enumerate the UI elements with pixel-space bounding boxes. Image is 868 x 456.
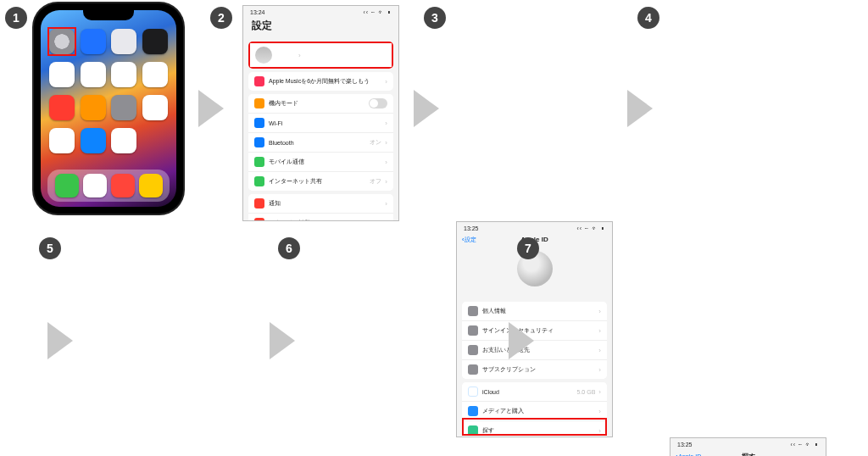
- app-icon[interactable]: [111, 29, 136, 54]
- step-badge-2: 2: [210, 7, 232, 29]
- app-icon[interactable]: [142, 29, 168, 54]
- link-icon: [254, 176, 264, 186]
- promo-row[interactable]: Apple Musicを6か月間無料で楽しもう›: [248, 72, 393, 91]
- settings-app-icon[interactable]: [49, 29, 75, 54]
- nav-title: 探す: [742, 452, 755, 456]
- sound-row[interactable]: サウンドと触覚›: [248, 214, 393, 221]
- arrow-icon: [46, 322, 75, 363]
- find-row[interactable]: 探す›: [462, 421, 607, 437]
- hotspot-row[interactable]: インターネット共有オフ›: [248, 172, 393, 191]
- step-badge-5: 5: [39, 237, 61, 259]
- apple-id-profile-row[interactable]: ›: [248, 42, 393, 69]
- dock-app-icon[interactable]: [111, 174, 135, 197]
- iphone-home-device: [34, 3, 183, 214]
- app-icon[interactable]: [81, 62, 106, 87]
- app-icon[interactable]: [142, 62, 168, 87]
- profile-name: [277, 51, 295, 59]
- arrow-icon: [626, 90, 654, 131]
- subs-icon: [468, 364, 478, 375]
- wifi-row[interactable]: Wi-Fi›: [248, 114, 393, 133]
- appstore-icon: [468, 406, 478, 416]
- cloud-icon: [468, 386, 478, 397]
- dock: [47, 170, 170, 202]
- app-icon[interactable]: [49, 128, 75, 153]
- arrow-icon: [268, 322, 297, 363]
- settings-title: 設定: [243, 17, 398, 38]
- dock-app-icon[interactable]: [83, 174, 107, 197]
- notifications-row[interactable]: 通知›: [248, 194, 393, 214]
- arrow-icon: [412, 90, 441, 131]
- subscriptions-row[interactable]: サブスクリプション›: [462, 360, 607, 379]
- step-badge-1: 1: [5, 7, 27, 29]
- arrow-icon: [507, 322, 536, 363]
- card-icon: [468, 345, 478, 355]
- antenna-icon: [254, 157, 264, 167]
- chevron-right-icon: ›: [298, 52, 301, 59]
- bluetooth-icon: [254, 137, 264, 147]
- step-badge-7: 7: [517, 237, 539, 259]
- bell-icon: [254, 198, 264, 209]
- mobile-row[interactable]: モバイル通信›: [248, 153, 393, 172]
- step2-screen: 13:24‹‹ ⋯ ᯤ ▮ 設定 › Apple Musicを6か月間無料で楽し…: [242, 5, 399, 221]
- dock-app-icon[interactable]: [139, 174, 163, 197]
- chevron-left-icon: ‹: [462, 236, 464, 242]
- airplane-mode-row[interactable]: 機内モード: [248, 94, 393, 114]
- step-badge-6: 6: [278, 237, 300, 259]
- back-button[interactable]: ‹設定: [462, 236, 476, 244]
- app-icon[interactable]: [111, 95, 136, 120]
- avatar: [255, 47, 272, 64]
- lock-icon: [468, 325, 478, 336]
- app-icon[interactable]: [111, 128, 136, 153]
- airplane-toggle[interactable]: [369, 98, 387, 108]
- app-icon[interactable]: [111, 62, 136, 87]
- app-icon[interactable]: [142, 95, 168, 120]
- notch: [83, 10, 134, 20]
- status-bar: 13:24‹‹ ⋯ ᯤ ▮: [243, 6, 398, 17]
- app-icon[interactable]: [81, 95, 106, 120]
- person-icon: [468, 306, 478, 316]
- bluetooth-row[interactable]: Bluetoothオン›: [248, 133, 393, 153]
- icloud-row[interactable]: iCloud5.0 GB›: [462, 382, 607, 402]
- dock-app-icon[interactable]: [55, 174, 79, 197]
- airplane-icon: [254, 98, 264, 108]
- step-badge-3: 3: [424, 7, 446, 29]
- app-icon[interactable]: [49, 95, 75, 120]
- app-icon[interactable]: [81, 128, 106, 153]
- findmy-icon: [468, 425, 478, 436]
- speaker-icon: [254, 218, 264, 221]
- personal-info-row[interactable]: 個人情報›: [462, 302, 607, 321]
- home-screen-grid: [41, 10, 176, 153]
- step4-screen: 13:25‹‹ ⋯ ᯤ ▮ ‹Apple ID 探す iPhoneを探すオン› …: [670, 437, 826, 456]
- step-badge-4: 4: [637, 7, 659, 29]
- account-name: [457, 288, 612, 297]
- app-icon[interactable]: [81, 29, 106, 54]
- app-icon[interactable]: [49, 62, 75, 87]
- wifi-icon: [254, 118, 264, 128]
- arrow-icon: [197, 90, 225, 131]
- media-row[interactable]: メディアと購入›: [462, 402, 607, 421]
